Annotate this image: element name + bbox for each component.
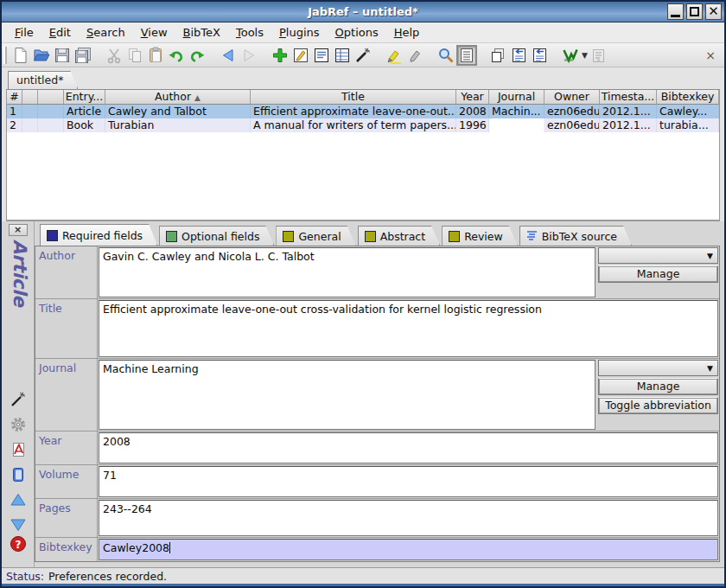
help-button[interactable]: ? bbox=[9, 536, 28, 555]
settings-button[interactable] bbox=[9, 417, 28, 436]
edit-strings-button[interactable] bbox=[332, 45, 353, 66]
journal-field-input[interactable]: Machine Learning bbox=[99, 360, 595, 430]
open-note-button[interactable] bbox=[9, 467, 28, 486]
close-button[interactable]: ✕ bbox=[705, 3, 722, 20]
next-entry-button[interactable] bbox=[9, 517, 28, 536]
title-bar[interactable]: JabRef – untitled* ✕ bbox=[2, 2, 724, 22]
open-database-button[interactable] bbox=[31, 45, 52, 66]
magic-wand-icon bbox=[354, 47, 372, 64]
toolbar-grip[interactable] bbox=[3, 47, 7, 64]
author-field-label: Author bbox=[35, 246, 98, 298]
year-field-input[interactable]: 2008 bbox=[99, 432, 718, 463]
menu-help[interactable]: Help bbox=[386, 24, 428, 41]
database-tab-untitled[interactable]: untitled* bbox=[8, 71, 78, 89]
edit-entry-button[interactable] bbox=[290, 45, 311, 66]
pages-field-label: Pages bbox=[35, 499, 98, 537]
menu-plugins[interactable]: Plugins bbox=[271, 24, 328, 41]
save-all-button[interactable] bbox=[73, 45, 93, 66]
column-header-bibtexkey[interactable]: Bibtexkey bbox=[657, 90, 719, 105]
back-button[interactable] bbox=[218, 45, 239, 66]
search-button[interactable] bbox=[436, 45, 456, 66]
tab-review[interactable]: Review bbox=[442, 226, 518, 246]
journal-manage-button[interactable]: Manage bbox=[598, 378, 718, 395]
unmark-entries-button[interactable] bbox=[404, 45, 425, 66]
openoffice-connection-button[interactable] bbox=[560, 45, 581, 66]
cell-bibtexkey: Cawley... bbox=[657, 105, 719, 118]
menu-options[interactable]: Options bbox=[328, 24, 386, 41]
column-header-timestamp[interactable]: Timesta... bbox=[600, 90, 657, 105]
author-manage-button[interactable]: Manage bbox=[598, 265, 718, 283]
generate-key-button[interactable] bbox=[9, 392, 28, 411]
minimize-button[interactable] bbox=[667, 3, 684, 20]
paste-button[interactable] bbox=[145, 45, 166, 66]
volume-field-input[interactable]: 71 bbox=[99, 466, 718, 497]
openoffice-dropdown-icon[interactable]: ▼ bbox=[582, 51, 588, 60]
table-row[interactable]: 1 Article Cawley and Talbot Efficient ap… bbox=[7, 105, 719, 118]
jabref-window: JabRef – untitled* ✕ File Edit Search Vi… bbox=[0, 0, 726, 588]
forward-button[interactable] bbox=[239, 45, 259, 66]
tab-general[interactable]: General bbox=[276, 226, 355, 246]
push-to-application-button[interactable] bbox=[588, 45, 608, 66]
entry-editor-side-icons bbox=[9, 392, 28, 536]
entry-type-label-area: Article bbox=[2, 238, 35, 329]
new-database-button[interactable] bbox=[10, 45, 31, 66]
copy-button[interactable] bbox=[124, 45, 145, 66]
cell-icon2 bbox=[38, 118, 64, 132]
menu-bibtex[interactable]: BibTeX bbox=[175, 24, 228, 41]
column-header-author[interactable]: Author ▲ bbox=[105, 90, 251, 105]
maximize-button[interactable] bbox=[686, 3, 703, 20]
author-field-input[interactable]: Gavin C. Cawley and Nicola L. C. Talbot bbox=[99, 247, 595, 297]
tab-required-fields[interactable]: Required fields bbox=[40, 224, 157, 246]
import-into-new-database-button[interactable] bbox=[529, 45, 550, 66]
undo-button[interactable] bbox=[166, 45, 187, 66]
toggle-abbreviation-button[interactable]: Toggle abbreviation bbox=[598, 397, 718, 414]
required-fields-form: Author Gavin C. Cawley and Nicola L. C. … bbox=[35, 246, 720, 562]
previous-entry-button[interactable] bbox=[9, 492, 28, 511]
table-row[interactable]: 2 Book Turabian A manual for writers of … bbox=[7, 118, 719, 132]
mark-entries-button[interactable] bbox=[384, 45, 404, 66]
column-header-title[interactable]: Title bbox=[251, 90, 456, 105]
column-header-icon2[interactable] bbox=[38, 90, 64, 105]
column-header-number[interactable]: # bbox=[7, 90, 22, 105]
save-database-button[interactable] bbox=[52, 45, 73, 66]
import-into-current-database-button[interactable] bbox=[508, 45, 529, 66]
title-field-label: Title bbox=[35, 299, 98, 358]
field-row-author: Author Gavin C. Cawley and Nicola L. C. … bbox=[35, 246, 719, 299]
toggle-preview-button[interactable] bbox=[456, 45, 477, 66]
bibtexkey-field-input[interactable]: Cawley2008 bbox=[99, 539, 718, 560]
tab-label: Required fields bbox=[62, 229, 143, 242]
title-field-input[interactable]: Efficient approximate leave-one-out cros… bbox=[99, 300, 718, 357]
menu-search[interactable]: Search bbox=[79, 24, 133, 41]
pages-field-input[interactable]: 243--264 bbox=[99, 500, 718, 536]
new-from-plain-text-button[interactable] bbox=[487, 45, 508, 66]
tab-label: Review bbox=[464, 230, 503, 243]
database-tab-label: untitled* bbox=[16, 74, 63, 86]
edit-preamble-button[interactable] bbox=[311, 45, 332, 66]
redo-button[interactable] bbox=[187, 45, 207, 66]
menu-view[interactable]: View bbox=[133, 24, 175, 41]
push-to-application-icon bbox=[589, 47, 607, 64]
entry-editor-close-button[interactable]: × bbox=[9, 224, 28, 236]
menu-edit[interactable]: Edit bbox=[41, 24, 79, 41]
cell-owner: ezn06edu bbox=[544, 105, 600, 118]
menu-file[interactable]: File bbox=[7, 24, 41, 41]
column-header-author-label: Author bbox=[155, 90, 191, 103]
tab-optional-fields[interactable]: Optional fields bbox=[159, 226, 274, 246]
wizard-button[interactable] bbox=[353, 45, 373, 66]
menu-tools[interactable]: Tools bbox=[228, 24, 271, 41]
bibtexkey-value: Cawley2008 bbox=[103, 541, 169, 554]
column-header-journal[interactable]: Journal bbox=[489, 90, 544, 105]
author-name-format-combo[interactable]: ▼ bbox=[598, 247, 718, 264]
open-pdf-button[interactable] bbox=[9, 442, 28, 461]
tab-abstract[interactable]: Abstract bbox=[358, 226, 440, 246]
column-header-year[interactable]: Year bbox=[456, 90, 489, 105]
close-icon: ✕ bbox=[708, 5, 719, 18]
column-header-entrytype[interactable]: Entry... bbox=[64, 90, 105, 105]
journal-combo[interactable]: ▼ bbox=[598, 360, 718, 376]
column-header-owner[interactable]: Owner bbox=[544, 90, 600, 105]
column-header-icon1[interactable] bbox=[22, 90, 38, 105]
tab-bibtex-source[interactable]: BibTeX source bbox=[519, 226, 632, 246]
new-entry-button[interactable] bbox=[270, 45, 290, 66]
toolbar-close-icon[interactable]: × bbox=[702, 48, 719, 62]
cut-button[interactable] bbox=[104, 45, 124, 66]
